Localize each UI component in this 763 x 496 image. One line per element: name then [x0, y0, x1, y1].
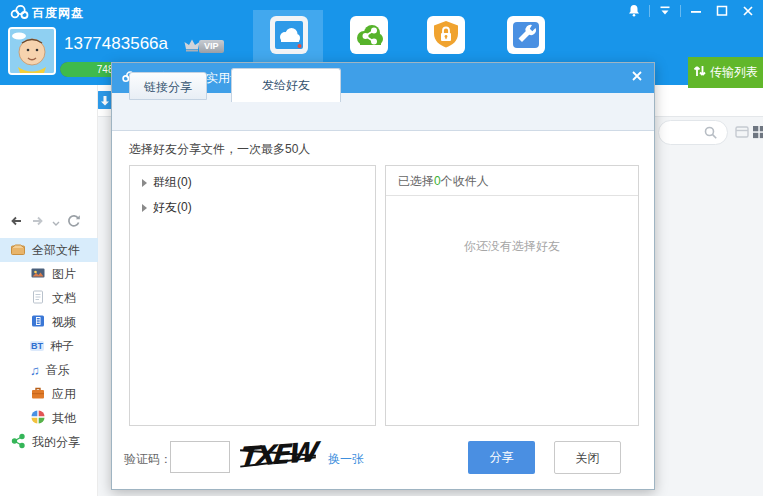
share-button[interactable]: 分享: [468, 441, 535, 474]
notification-bell-icon[interactable]: [621, 3, 647, 19]
sidebar-item-other[interactable]: 其他: [0, 406, 98, 430]
back-arrow-icon[interactable]: [8, 213, 24, 232]
vip-label: VIP: [199, 40, 224, 53]
sidebar-item-videos[interactable]: 视频: [0, 310, 98, 334]
sidebar-tree: 全部文件 图片 文档 视频 BT 种子 ♫ 音乐: [0, 238, 98, 454]
tab-my-netdisk[interactable]: 我的网盘: [270, 16, 308, 54]
recipients-empty-message: 你还没有选择好友: [386, 238, 638, 255]
baidu-netdisk-logo-icon: [8, 2, 30, 25]
divider: [649, 5, 650, 17]
expander-arrow-icon[interactable]: [142, 204, 147, 212]
search-input[interactable]: [658, 120, 728, 145]
forward-arrow-icon[interactable]: [30, 213, 46, 232]
all-files-icon: [10, 241, 26, 260]
close-button[interactable]: 关闭: [554, 441, 621, 474]
bt-icon: BT: [30, 341, 44, 351]
search-icon: [703, 125, 719, 141]
refresh-icon[interactable]: [66, 213, 82, 232]
sidebar-item-pictures[interactable]: 图片: [0, 262, 98, 286]
vip-badge: VIP: [182, 38, 224, 54]
minimize-button[interactable]: [683, 3, 709, 19]
sidebar-item-apps[interactable]: 应用: [0, 382, 98, 406]
expander-arrow-icon[interactable]: [142, 179, 147, 187]
list-view-icon[interactable]: [734, 124, 750, 143]
history-caret-icon[interactable]: [52, 216, 60, 230]
documents-icon: [30, 289, 46, 308]
videos-icon: [30, 313, 46, 332]
recipients-panel: 已选择0个收件人 你还没有选择好友: [385, 165, 639, 426]
tab-link-share[interactable]: 链接分享: [129, 72, 207, 100]
baidu-netdisk-window: 百度网盘: [0, 0, 763, 496]
music-note-icon: ♫: [30, 364, 40, 377]
skin-dropdown-icon[interactable]: [652, 3, 678, 19]
app-title: 百度网盘: [32, 5, 84, 22]
username[interactable]: 1377483566a: [64, 34, 168, 54]
sidebar-item-documents[interactable]: 文档: [0, 286, 98, 310]
sidebar-item-bt-seeds[interactable]: BT 种子: [0, 334, 98, 358]
tree-node-groups[interactable]: 群组(0): [130, 166, 375, 191]
window-controls: [621, 2, 761, 20]
captcha-code-text: TXEW: [237, 436, 314, 472]
transfer-arrows-icon: [693, 64, 706, 81]
divider: [680, 5, 681, 17]
transfer-list-label: 传输列表: [710, 64, 758, 81]
captcha-input[interactable]: [170, 441, 230, 473]
tab-send-to-friends[interactable]: 发给好友: [231, 68, 341, 102]
captcha-refresh-link[interactable]: 换一张: [328, 451, 364, 468]
sidebar-item-all-files[interactable]: 全部文件: [0, 238, 98, 262]
sidebar-item-music[interactable]: ♫ 音乐: [0, 358, 98, 382]
recipient-count: 0: [434, 174, 441, 188]
grid-view-icon[interactable]: [751, 124, 763, 143]
sidebar: 全部文件 图片 文档 视频 BT 种子 ♫ 音乐: [0, 85, 98, 496]
captcha-label: 验证码：: [124, 451, 172, 468]
user-avatar[interactable]: [8, 27, 56, 75]
tab-hidden-space[interactable]: 隐藏空间: [427, 16, 465, 54]
tree-node-friends[interactable]: 好友(0): [130, 191, 375, 216]
tab-share[interactable]: 分享: [350, 16, 388, 54]
navigation-controls: [8, 213, 82, 232]
other-icon: [30, 409, 46, 428]
tab-toolbox[interactable]: 功能宝箱: [507, 16, 545, 54]
recipients-header: 已选择0个收件人: [386, 166, 638, 196]
sidebar-item-my-shares[interactable]: 我的分享: [0, 430, 98, 454]
pictures-icon: [30, 265, 46, 284]
dialog-close-icon[interactable]: [624, 65, 650, 87]
share-hint-text: 选择好友分享文件，一次最多50人: [129, 141, 310, 158]
apps-icon: [30, 385, 46, 404]
my-shares-icon: [10, 433, 26, 452]
close-window-button[interactable]: [735, 3, 761, 19]
friend-tree-panel: 群组(0) 好友(0): [129, 165, 376, 426]
share-dialog: 分享文件：实用设计师字体打包.rar 链接分享 发给好友 选择好友分享文件，一次…: [111, 62, 655, 490]
transfer-list-button[interactable]: 传输列表: [688, 57, 763, 88]
maximize-button[interactable]: [709, 3, 735, 19]
captcha-image[interactable]: TXEW: [238, 437, 320, 475]
